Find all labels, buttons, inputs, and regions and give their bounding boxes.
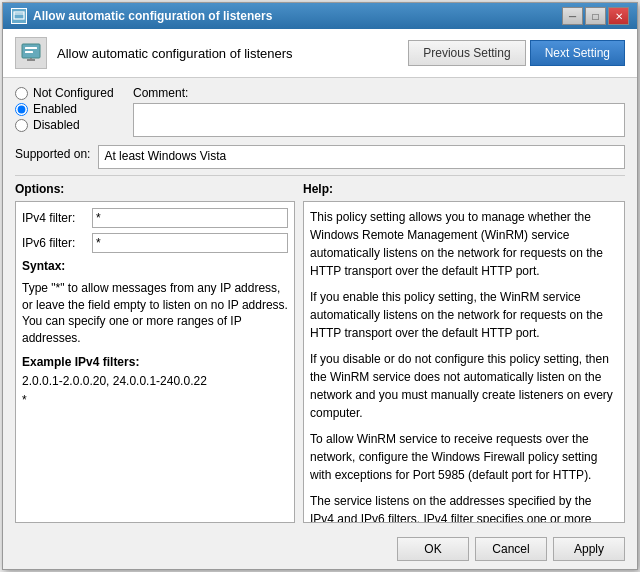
radio-disabled[interactable]: Disabled — [15, 118, 125, 132]
comment-label: Comment: — [133, 86, 625, 100]
comment-textarea[interactable] — [133, 103, 625, 137]
not-configured-label: Not Configured — [33, 86, 114, 100]
radio-group: Not Configured Enabled Disabled — [15, 86, 125, 137]
syntax-title: Syntax: — [22, 259, 65, 273]
radio-enabled[interactable]: Enabled — [15, 102, 125, 116]
help-panel: Help: This policy setting allows you to … — [303, 182, 625, 523]
example-header: Example IPv4 filters: — [22, 355, 288, 369]
policy-icon — [15, 37, 47, 69]
apply-button[interactable]: Apply — [553, 537, 625, 561]
svg-rect-0 — [14, 12, 24, 19]
svg-rect-4 — [25, 51, 33, 53]
supported-value: At least Windows Vista — [98, 145, 625, 169]
help-scroll[interactable]: This policy setting allows you to manage… — [303, 201, 625, 523]
asterisk-line: * — [22, 393, 288, 407]
cancel-button[interactable]: Cancel — [475, 537, 547, 561]
prev-setting-button[interactable]: Previous Setting — [408, 40, 525, 66]
radio-input-disabled[interactable] — [15, 119, 28, 132]
radio-not-configured[interactable]: Not Configured — [15, 86, 125, 100]
title-bar-text: Allow automatic configuration of listene… — [33, 9, 556, 23]
title-bar-icon — [11, 8, 27, 24]
example-values: 2.0.0.1-2.0.0.20, 24.0.0.1-240.0.22 — [22, 374, 288, 388]
radio-input-not-configured[interactable] — [15, 87, 28, 100]
options-title: Options: — [15, 182, 295, 196]
supported-label: Supported on: — [15, 145, 90, 161]
supported-section: Supported on: At least Windows Vista — [15, 145, 625, 169]
disabled-label: Disabled — [33, 118, 80, 132]
help-text: This policy setting allows you to manage… — [310, 208, 618, 523]
svg-rect-3 — [25, 47, 37, 49]
dialog-title: Allow automatic configuration of listene… — [57, 46, 398, 61]
help-para-1: This policy setting allows you to manage… — [310, 208, 618, 280]
title-bar-controls: ─ □ ✕ — [562, 7, 629, 25]
ipv6-input[interactable] — [92, 233, 288, 253]
radio-input-enabled[interactable] — [15, 103, 28, 116]
content-area: Not Configured Enabled Disabled Comment:… — [3, 78, 637, 531]
ipv6-label: IPv6 filter: — [22, 236, 87, 250]
help-para-5: The service listens on the addresses spe… — [310, 492, 618, 523]
top-section: Not Configured Enabled Disabled Comment: — [15, 86, 625, 137]
next-setting-button[interactable]: Next Setting — [530, 40, 625, 66]
help-title: Help: — [303, 182, 625, 196]
comment-section: Comment: — [133, 86, 625, 137]
help-para-2: If you enable this policy setting, the W… — [310, 288, 618, 342]
svg-rect-6 — [30, 58, 32, 60]
bottom-buttons: OK Cancel Apply — [3, 531, 637, 569]
minimize-button[interactable]: ─ — [562, 7, 583, 25]
help-para-3: If you disable or do not configure this … — [310, 350, 618, 422]
help-para-4: To allow WinRM service to receive reques… — [310, 430, 618, 484]
ok-button[interactable]: OK — [397, 537, 469, 561]
nav-buttons: Previous Setting Next Setting — [408, 40, 625, 66]
ipv4-filter-row: IPv4 filter: — [22, 208, 288, 228]
close-button[interactable]: ✕ — [608, 7, 629, 25]
enabled-label: Enabled — [33, 102, 77, 116]
syntax-header: Syntax: — [22, 258, 288, 275]
ipv4-input[interactable] — [92, 208, 288, 228]
dialog-window: Allow automatic configuration of listene… — [2, 2, 638, 570]
syntax-body: Type "*" to allow messages from any IP a… — [22, 280, 288, 347]
ipv4-label: IPv4 filter: — [22, 211, 87, 225]
options-panel: Options: IPv4 filter: IPv6 filter: Synta… — [15, 182, 295, 523]
options-scroll[interactable]: IPv4 filter: IPv6 filter: Syntax: Type "… — [15, 201, 295, 523]
maximize-button[interactable]: □ — [585, 7, 606, 25]
dialog-header: Allow automatic configuration of listene… — [3, 29, 637, 78]
bottom-panels: Options: IPv4 filter: IPv6 filter: Synta… — [15, 175, 625, 523]
ipv6-filter-row: IPv6 filter: — [22, 233, 288, 253]
title-bar: Allow automatic configuration of listene… — [3, 3, 637, 29]
